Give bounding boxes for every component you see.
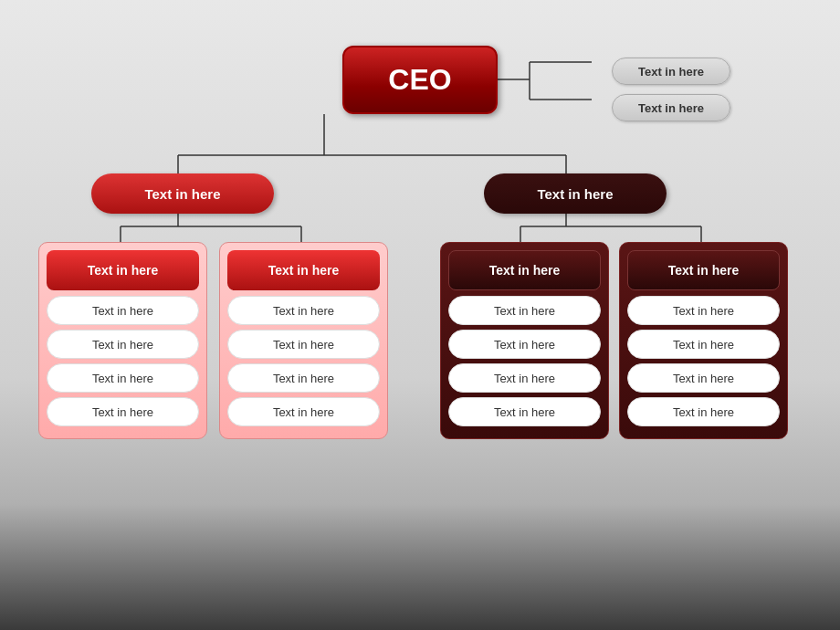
column-1: Text in here Text in here Text in here T…: [38, 242, 207, 439]
column-4: Text in here Text in here Text in here T…: [619, 242, 788, 439]
col-1-item-2: Text in here: [47, 330, 199, 359]
col-2-item-2: Text in here: [227, 330, 380, 359]
col-1-header: Text in here: [47, 250, 199, 290]
col-3-item-1: Text in here: [448, 296, 601, 325]
dept-right: Text in here: [484, 173, 667, 214]
col-4-item-3: Text in here: [627, 363, 780, 393]
col-4-item-1: Text in here: [627, 296, 780, 325]
dept-left-label: Text in here: [144, 186, 220, 202]
dept-left: Text in here: [91, 173, 274, 214]
side-pill-top-label: Text in here: [638, 65, 704, 79]
col-3-header: Text in here: [448, 250, 601, 290]
col-1-item-3: Text in here: [47, 363, 199, 393]
col-2-item-1: Text in here: [227, 296, 380, 325]
side-pill-top: Text in here: [612, 58, 730, 85]
column-3: Text in here Text in here Text in here T…: [440, 242, 609, 439]
column-2: Text in here Text in here Text in here T…: [219, 242, 388, 439]
col-4-item-4: Text in here: [627, 397, 780, 426]
col-3-item-4: Text in here: [448, 397, 601, 426]
col-2-item-4: Text in here: [227, 397, 380, 426]
col-3-item-3: Text in here: [448, 363, 601, 393]
col-4-item-2: Text in here: [627, 330, 780, 359]
col-1-item-4: Text in here: [47, 397, 199, 426]
side-pill-bottom-label: Text in here: [638, 101, 704, 115]
org-chart: CEO Text in here Text in here Text in he…: [18, 27, 822, 520]
ceo-box: CEO: [342, 46, 498, 114]
dept-right-label: Text in here: [537, 186, 613, 202]
col-1-item-1: Text in here: [47, 296, 199, 325]
ceo-label: CEO: [388, 63, 451, 97]
col-3-item-2: Text in here: [448, 330, 601, 359]
col-4-header: Text in here: [627, 250, 780, 290]
side-pill-bottom: Text in here: [612, 94, 730, 121]
col-2-item-3: Text in here: [227, 363, 380, 393]
col-2-header: Text in here: [227, 250, 380, 290]
